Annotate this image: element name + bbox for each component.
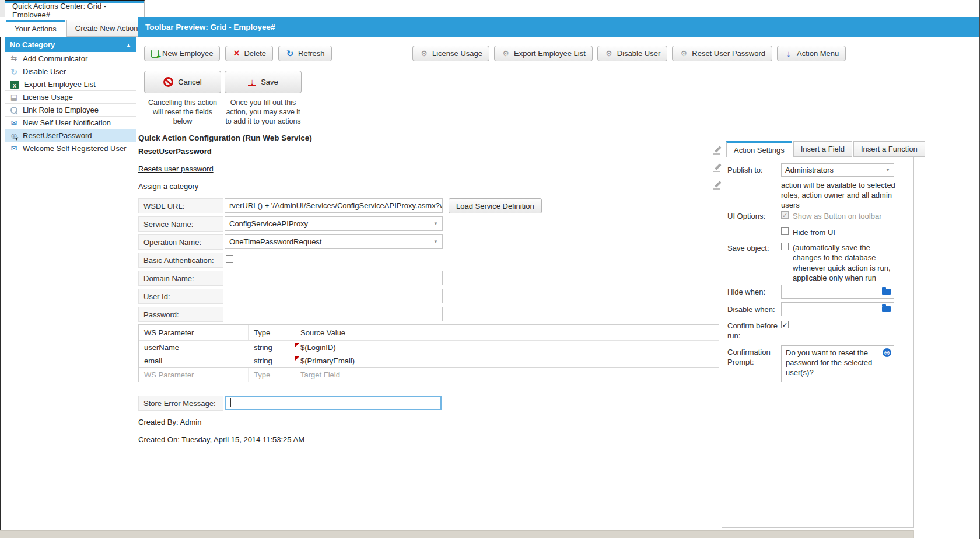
param-value-cell[interactable]: $(PrimaryEmail)	[295, 356, 719, 365]
basic-auth-checkbox[interactable]	[226, 256, 233, 263]
load-service-definition-button[interactable]: Load Service Definition	[449, 198, 542, 214]
created-on-text: Created On: Tuesday, April 15, 2014 11:5…	[138, 435, 304, 444]
param-row[interactable]: userName string $(LoginID)	[139, 340, 719, 354]
sidebar-tab-label: Your Actions	[15, 24, 57, 33]
domain-name-row: Domain Name:	[138, 271, 447, 286]
sub-tab-strip: Your Actions Create New Actions Toolbar …	[0, 18, 980, 37]
params-rows: userName string $(LoginID) email string	[139, 340, 719, 367]
store-error-label: Store Error Message:	[138, 396, 223, 411]
user-id-input[interactable]	[225, 289, 443, 303]
sidebar-tab[interactable]: Your Actions	[6, 20, 65, 37]
confirm-before-run-checkbox[interactable]	[781, 321, 789, 328]
toolbar-button[interactable]: Delete	[225, 46, 273, 61]
domain-name-input[interactable]	[225, 271, 443, 285]
tab-quick-actions-center[interactable]: Quick Actions Center: Grid - Employee#	[5, 0, 145, 18]
store-error-row: Store Error Message:	[138, 396, 447, 411]
settings-tab[interactable]: Insert a Function	[853, 141, 925, 157]
action-item-label: Welcome Self Registered User	[23, 144, 127, 153]
category-label: No Category	[10, 40, 55, 49]
globe-icon[interactable]	[883, 348, 891, 357]
assign-category-link[interactable]: Assign a category	[138, 182, 198, 191]
service-name-value: ConfigServiceAPIProxy	[229, 219, 308, 228]
save-object-checkbox[interactable]	[781, 243, 789, 250]
main-tab-label: Quick Actions Center: Grid - Employee#	[12, 2, 144, 19]
hide-from-ui-checkbox[interactable]	[781, 228, 789, 235]
folder-icon[interactable]	[882, 289, 891, 295]
action-list-item[interactable]: Welcome Self Registered User	[5, 142, 136, 155]
globe-icon	[9, 131, 19, 141]
action-item-label: Add Communicator	[23, 54, 88, 63]
sidebar-tab-label: Create New Actions	[75, 24, 142, 33]
toolbar-button[interactable]: Disable User	[597, 46, 667, 61]
gear-icon	[419, 49, 429, 58]
param-name-cell: email	[139, 356, 249, 365]
horizontal-scrollbar[interactable]	[0, 530, 980, 538]
confirmation-prompt-textarea[interactable]: Do you want to reset the password for th…	[781, 345, 894, 382]
wsdl-input[interactable]: rverURL() + '/AdminUI/Services/ConfigSer…	[225, 198, 443, 213]
basic-auth-label: Basic Authentication:	[138, 253, 223, 268]
save-object-label: Save object:	[727, 244, 769, 253]
show-as-button-label: Show as Button on toolbar	[793, 211, 882, 221]
save-caption: Once you fill out this action, you may s…	[225, 98, 302, 126]
refresh-icon	[285, 49, 295, 58]
publish-to-dropdown[interactable]: Administrators ▼	[781, 163, 894, 177]
operation-name-dropdown[interactable]: OneTimePasswordRequest ▼	[225, 235, 443, 249]
gear-icon	[501, 49, 510, 58]
actions-list: Add Communicator Disable User Export Emp…	[5, 52, 136, 155]
action-list-item[interactable]: Link Role to Employee	[5, 103, 136, 116]
service-name-dropdown[interactable]: ConfigServiceAPIProxy ▼	[225, 216, 443, 231]
toolbar-button[interactable]: New Employee	[144, 46, 220, 61]
hide-from-ui-label: Hide from UI	[793, 228, 835, 237]
publish-help-text: action will be available to selected rol…	[781, 180, 899, 210]
cancel-button[interactable]: Cancel	[144, 71, 221, 93]
action-list-item[interactable]: New Self User Notification	[5, 116, 136, 129]
pencil-icon[interactable]	[713, 163, 722, 173]
action-list-item[interactable]: Disable User	[5, 65, 136, 78]
service-name-label: Service Name:	[138, 216, 223, 232]
toolbar-button[interactable]: Reset User Password	[672, 46, 772, 61]
toolbar-button[interactable]: Action Menu	[777, 46, 846, 61]
toolbar-button[interactable]: Export Employee List	[494, 46, 593, 61]
action-list-item[interactable]: Export Employee List	[5, 78, 136, 90]
user-id-label: User Id:	[138, 289, 223, 304]
action-list-item[interactable]: License Usage	[5, 90, 136, 103]
settings-tab-label: Insert a Field	[801, 145, 845, 153]
action-list-item[interactable]: ResetUserPassword	[5, 129, 136, 142]
params-header-row: WS Parameter Type Source Value	[139, 325, 719, 340]
store-error-input[interactable]	[225, 396, 442, 410]
disable-when-input[interactable]	[781, 302, 894, 316]
action-name-link[interactable]: ResetUserPassword	[138, 147, 212, 156]
envelope-icon	[9, 118, 19, 128]
toolbar-button[interactable]: Refresh	[278, 46, 332, 61]
user-id-row: User Id:	[138, 289, 447, 304]
toolbar-button-label: License Usage	[432, 49, 482, 58]
action-list-item[interactable]: Add Communicator	[5, 52, 136, 65]
settings-tab[interactable]: Action Settings	[726, 141, 792, 158]
password-input[interactable]	[225, 307, 443, 321]
toolbar-button-label: Action Menu	[797, 49, 839, 58]
hide-when-input[interactable]	[781, 285, 894, 299]
settings-tab[interactable]: Insert a Field	[793, 141, 852, 157]
action-description-link[interactable]: Resets user password	[138, 164, 214, 173]
folder-icon[interactable]	[882, 306, 891, 312]
action-item-label: New Self User Notification	[23, 118, 111, 127]
param-value-cell[interactable]: $(LoginID)	[295, 343, 719, 352]
password-label: Password:	[138, 307, 223, 322]
password-row: Password:	[138, 307, 447, 322]
pencil-icon[interactable]	[713, 181, 722, 190]
col-header-ws-parameter-out: WS Parameter	[139, 368, 249, 382]
show-as-button-checkbox[interactable]	[781, 211, 789, 219]
preview-toolbar-left: New Employee Delete Refresh	[144, 46, 332, 61]
toolbar-button[interactable]: License Usage	[412, 46, 489, 61]
gear-icon	[679, 49, 688, 58]
cancel-block: Cancel Cancelling this action will reset…	[144, 71, 221, 126]
save-button[interactable]: Save	[225, 71, 302, 93]
param-row[interactable]: email string $(PrimaryEmail)	[139, 354, 719, 367]
wsdl-label: WSDL URL:	[138, 198, 223, 214]
collapse-arrow-icon[interactable]: ▲	[126, 42, 131, 48]
category-header-no-category[interactable]: No Category ▲	[5, 37, 136, 52]
action-item-label: License Usage	[23, 93, 73, 102]
operation-name-value: OneTimePasswordRequest	[229, 237, 321, 246]
pencil-icon[interactable]	[713, 146, 722, 155]
action-item-label: Disable User	[23, 67, 66, 76]
